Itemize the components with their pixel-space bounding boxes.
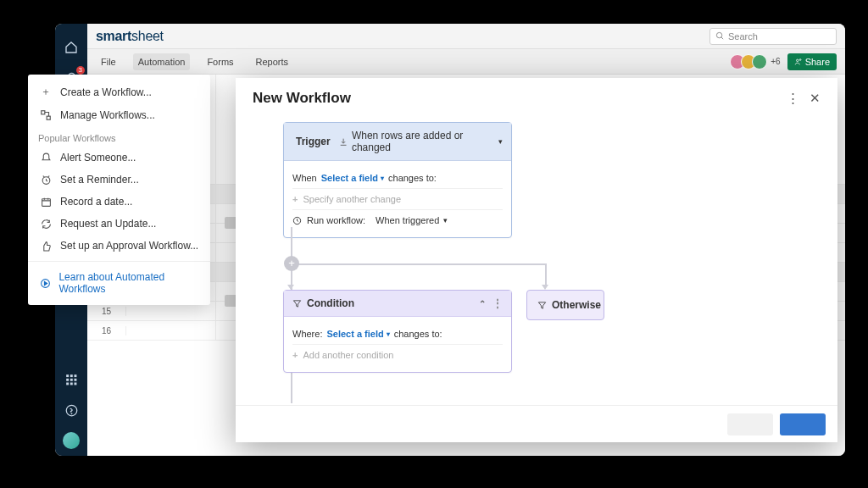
connector-line <box>545 263 547 286</box>
changes-to-label: changes to: <box>394 329 442 339</box>
menu-record-date[interactable]: Record a date... <box>28 191 210 213</box>
svg-rect-12 <box>75 383 77 385</box>
avatar <box>752 54 767 69</box>
filter-icon <box>537 301 547 310</box>
topbar: smartsheet Search <box>87 24 845 49</box>
specify-change-row[interactable]: + Specify another change <box>292 189 503 210</box>
refresh-icon <box>38 219 53 230</box>
save-button[interactable] <box>780 413 826 435</box>
trigger-desc: When rows are added or changed <box>352 130 494 153</box>
add-step-button[interactable]: + <box>284 256 299 271</box>
menu-file[interactable]: File <box>96 53 121 70</box>
menu-request-update[interactable]: Request an Update... <box>28 213 210 235</box>
filter-icon <box>292 299 302 308</box>
brand-logo: smartsheet <box>96 29 164 44</box>
otherwise-node[interactable]: Otherwise <box>526 290 604 320</box>
divider <box>28 261 210 262</box>
condition-where-row: Where: Select a field▾ changes to: <box>292 324 503 345</box>
people-icon <box>794 58 803 66</box>
calendar-icon <box>38 197 53 208</box>
svg-rect-16 <box>47 116 50 119</box>
menu-learn-workflows[interactable]: Learn about Automated Workflows <box>28 266 210 300</box>
trigger-node[interactable]: Trigger When rows are added or changed ▾… <box>283 122 512 238</box>
modal-header: New Workflow ⋮ ✕ <box>236 78 837 115</box>
connector-line <box>291 368 292 403</box>
home-icon[interactable] <box>63 39 80 56</box>
menu-reports[interactable]: Reports <box>251 53 294 70</box>
share-label: Share <box>805 57 830 67</box>
menu-item-label: Set a Reminder... <box>60 174 139 186</box>
global-search-input[interactable]: Search <box>709 28 837 45</box>
run-value-dropdown[interactable]: When triggered▾ <box>376 215 448 225</box>
trigger-label: Trigger <box>296 136 331 147</box>
search-icon <box>715 31 725 41</box>
svg-rect-8 <box>70 379 73 381</box>
notif-badge: 3 <box>76 66 85 75</box>
svg-point-0 <box>716 32 721 37</box>
menu-create-workflow[interactable]: ＋ Create a Workflow... <box>28 80 210 104</box>
plus-icon: + <box>292 350 298 360</box>
download-icon <box>339 137 348 147</box>
play-circle-icon <box>38 278 52 289</box>
manage-icon <box>38 109 53 121</box>
automation-dropdown: ＋ Create a Workflow... Manage Workflows.… <box>28 75 210 305</box>
condition-menu-icon[interactable]: ⋮ <box>492 297 503 309</box>
when-label: When <box>292 173 317 183</box>
modal-title: New Workflow <box>253 90 351 107</box>
trigger-when-row: When Select a field▾ changes to: <box>292 168 503 189</box>
svg-rect-9 <box>75 379 77 381</box>
plus-icon: ＋ <box>38 85 53 99</box>
menu-forms[interactable]: Forms <box>202 53 238 70</box>
condition-label: Condition <box>307 297 354 309</box>
menu-item-label: Create a Workflow... <box>60 86 152 98</box>
svg-point-14 <box>71 413 72 413</box>
menu-item-label: Set up an Approval Workflow... <box>60 240 198 252</box>
menu-set-reminder[interactable]: Set a Reminder... <box>28 169 210 191</box>
workflow-canvas: Trigger When rows are added or changed ▾… <box>236 115 837 403</box>
select-field-link[interactable]: Select a field▾ <box>326 329 389 339</box>
where-label: Where: <box>292 329 322 339</box>
svg-rect-5 <box>70 374 73 377</box>
help-icon[interactable] <box>63 402 80 419</box>
menu-item-label: Request an Update... <box>60 218 156 230</box>
modal-close-icon[interactable]: ✕ <box>810 91 821 106</box>
specify-label: Specify another change <box>303 194 401 204</box>
run-workflow-row: Run workflow: When triggered▾ <box>292 210 503 230</box>
select-field-link[interactable]: Select a field▾ <box>321 173 384 183</box>
menu-setup-approval[interactable]: Set up an Approval Workflow... <box>28 235 210 257</box>
condition-node[interactable]: Condition ⌃ ⋮ Where: Select a field▾ cha… <box>283 290 512 373</box>
menu-alert-someone[interactable]: Alert Someone... <box>28 147 210 169</box>
menu-item-label: Learn about Automated Workflows <box>58 271 200 295</box>
run-label: Run workflow: <box>307 215 365 225</box>
svg-rect-7 <box>66 379 69 381</box>
svg-rect-15 <box>42 111 45 114</box>
share-button[interactable]: Share <box>787 53 837 70</box>
menu-item-label: Record a date... <box>60 196 132 208</box>
plus-icon: + <box>292 194 298 204</box>
chevron-down-icon[interactable]: ▾ <box>498 137 503 146</box>
modal-menu-icon[interactable]: ⋮ <box>787 91 799 106</box>
apps-icon[interactable] <box>63 371 80 388</box>
add-condition-label: Add another condition <box>303 350 393 360</box>
user-avatar[interactable] <box>63 432 80 449</box>
menu-automation[interactable]: Automation <box>133 53 191 70</box>
menu-item-label: Alert Someone... <box>60 152 136 164</box>
new-workflow-modal: New Workflow ⋮ ✕ Trigger When rows are a… <box>236 78 837 442</box>
alarm-icon <box>38 175 53 186</box>
chevron-up-icon[interactable]: ⌃ <box>479 299 486 308</box>
search-placeholder: Search <box>728 31 758 42</box>
bell-icon <box>38 152 53 164</box>
changes-to-label: changes to: <box>388 173 437 183</box>
thumbs-up-icon <box>38 241 53 252</box>
collab-overflow-count: +6 <box>771 57 780 66</box>
cancel-button[interactable] <box>727 413 773 435</box>
collaborators[interactable]: +6 Share <box>734 53 837 70</box>
clock-icon <box>292 216 302 225</box>
menubar: File Automation Forms Reports +6 Share <box>87 49 845 75</box>
menu-manage-workflows[interactable]: Manage Workflows... <box>28 104 210 126</box>
svg-rect-10 <box>66 383 69 385</box>
svg-point-2 <box>796 59 798 62</box>
row-number: 16 <box>87 326 126 336</box>
svg-line-1 <box>721 37 723 39</box>
add-condition-row[interactable]: + Add another condition <box>292 345 503 365</box>
